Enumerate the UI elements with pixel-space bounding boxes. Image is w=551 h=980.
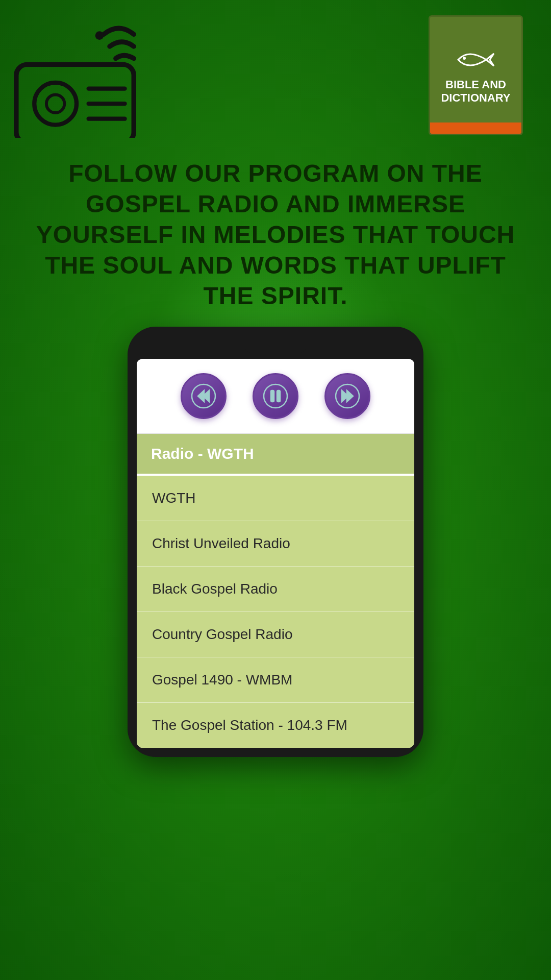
- top-section: Bible and Dictionary: [0, 0, 551, 138]
- svg-point-2: [34, 83, 77, 125]
- svg-point-11: [264, 384, 287, 408]
- fast-forward-button[interactable]: [324, 373, 370, 419]
- page-root: Bible and Dictionary FOLLOW OUR PROGRAM …: [0, 0, 551, 980]
- phone-screen: Radio - WGTH WGTH Christ Unveiled Radio …: [137, 359, 414, 748]
- player-controls: [137, 359, 414, 434]
- svg-rect-12: [271, 390, 274, 402]
- radio-list-header: Radio - WGTH: [137, 434, 414, 474]
- pause-button[interactable]: [253, 373, 298, 419]
- svg-point-3: [46, 94, 64, 112]
- radio-station-item-6[interactable]: The Gospel Station - 104.3 FM: [137, 703, 414, 748]
- svg-rect-13: [277, 390, 280, 402]
- radio-station-item-1[interactable]: WGTH: [137, 476, 414, 521]
- current-station-label: Radio - WGTH: [151, 445, 254, 462]
- radio-station-item-2[interactable]: Christ Unveiled Radio: [137, 521, 414, 567]
- phone-notch: [245, 345, 306, 353]
- radio-station-list: WGTH Christ Unveiled Radio Black Gospel …: [137, 476, 414, 748]
- svg-point-0: [95, 31, 104, 40]
- tagline: FOLLOW OUR PROGRAM ON THE GOSPEL RADIO A…: [0, 138, 551, 327]
- svg-point-7: [463, 57, 466, 60]
- svg-marker-16: [347, 390, 353, 402]
- bible-title: Bible and Dictionary: [436, 78, 515, 105]
- radio-station-item-5[interactable]: Gospel 1490 - WMBM: [137, 657, 414, 703]
- radio-station-item-3[interactable]: Black Gospel Radio: [137, 567, 414, 612]
- radio-station-item-4[interactable]: Country Gospel Radio: [137, 612, 414, 657]
- phone-mockup: Radio - WGTH WGTH Christ Unveiled Radio …: [128, 327, 423, 757]
- rewind-button[interactable]: [181, 373, 227, 419]
- bible-dictionary-icon[interactable]: Bible and Dictionary: [429, 15, 531, 138]
- radio-icon: [10, 15, 143, 138]
